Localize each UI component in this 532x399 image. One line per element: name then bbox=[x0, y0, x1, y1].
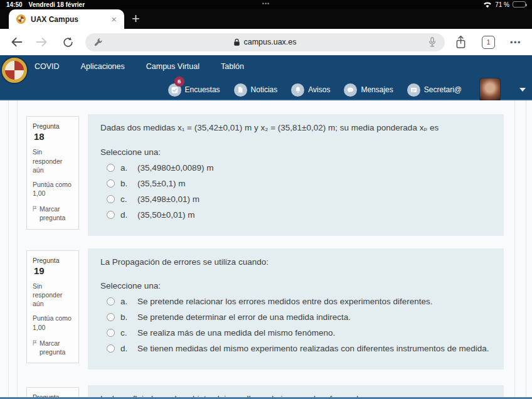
answer-option-b: b. (35,5±0,1) m bbox=[100, 179, 491, 188]
radio-button[interactable] bbox=[107, 179, 115, 188]
nav-aplicaciones[interactable]: Aplicaciones bbox=[81, 62, 125, 71]
flag-question-link[interactable]: Marcar pregunta bbox=[33, 339, 73, 356]
option-text[interactable]: Se realiza más de una medida del mismo f… bbox=[137, 328, 335, 338]
flag-label: Marcar pregunta bbox=[40, 339, 73, 356]
question-label: Pregunta bbox=[33, 122, 60, 130]
answer-option-a: a. Se pretende relacionar los errores me… bbox=[100, 297, 491, 306]
quicklink-secretaria[interactable]: Secretari@ bbox=[407, 83, 462, 97]
lock-icon bbox=[233, 38, 240, 46]
answer-option-d: d. (35,50±0,01) m bbox=[100, 210, 491, 220]
left-guide-line bbox=[8, 100, 9, 399]
new-tab-button[interactable]: + bbox=[132, 11, 140, 27]
battery-percent: 71 % bbox=[495, 1, 509, 8]
forward-button[interactable] bbox=[34, 35, 49, 50]
question-number: Pregunta 19 bbox=[33, 256, 73, 277]
quicklink-mensajes[interactable]: Mensajes bbox=[344, 83, 393, 97]
answer-option-d: d. Se tienen medidas del mismo experimen… bbox=[100, 344, 491, 353]
question-19-info-panel: Pregunta 19 Sin responder aún Puntúa com… bbox=[26, 250, 79, 364]
question-status: Sin responder aún bbox=[33, 282, 73, 309]
question-18: Pregunta 18 Sin responder aún Puntúa com… bbox=[26, 114, 532, 236]
option-letter: b. bbox=[120, 312, 132, 322]
radio-button[interactable] bbox=[107, 313, 115, 321]
question-grade: Puntúa como 1,00 bbox=[33, 314, 73, 331]
option-letter: b. bbox=[120, 179, 132, 188]
tab-close-icon[interactable]: × bbox=[111, 14, 117, 24]
microphone-icon[interactable] bbox=[428, 36, 437, 48]
question-text: Dadas dos medidas x₁ = (35,42±0,01) m y … bbox=[100, 122, 491, 134]
quicklink-label: Avisos bbox=[308, 85, 330, 94]
safari-tab-bar: UAX Campus × + bbox=[0, 9, 532, 29]
quicklink-noticias[interactable]: Noticias bbox=[234, 83, 278, 97]
question-number-value: 18 bbox=[34, 131, 45, 142]
quicklink-avisos[interactable]: Avisos bbox=[291, 83, 330, 97]
flag-question-link[interactable]: Marcar pregunta bbox=[33, 205, 73, 222]
tab-title: UAX Campus bbox=[31, 15, 106, 24]
option-letter: c. bbox=[120, 194, 132, 204]
radio-button[interactable] bbox=[107, 195, 115, 203]
option-text[interactable]: Se pretende determinar el error de una m… bbox=[137, 312, 351, 322]
safari-toolbar: campus.uax.es 1 ••• bbox=[0, 29, 532, 55]
option-text[interactable]: (35,50±0,01) m bbox=[137, 210, 194, 220]
card-icon bbox=[407, 83, 420, 97]
browser-tab[interactable]: UAX Campus × bbox=[9, 9, 124, 29]
radio-button[interactable] bbox=[107, 164, 115, 172]
option-text[interactable]: (35,498±0,01) m bbox=[137, 194, 200, 204]
toolbar-more-icon[interactable]: ••• bbox=[510, 38, 521, 47]
flag-icon bbox=[33, 205, 37, 213]
option-letter: a. bbox=[120, 297, 132, 306]
answer-option-a: a. (35,4980±0,0089) m bbox=[100, 163, 491, 173]
reload-button[interactable] bbox=[60, 35, 75, 50]
option-text[interactable]: Se pretende relacionar los errores medid… bbox=[137, 297, 433, 306]
address-bar[interactable]: campus.uax.es bbox=[85, 33, 445, 51]
question-19-card: La Propagación de errores se utiliza cua… bbox=[88, 248, 504, 370]
question-grade: Puntúa como 1,00 bbox=[33, 180, 73, 198]
main-nav: COVID Aplicaciones Campus Virtual Tablón bbox=[0, 55, 532, 71]
option-letter: d. bbox=[120, 210, 132, 220]
quicklink-label: Mensajes bbox=[361, 85, 393, 94]
date: Vendredi 18 février bbox=[29, 1, 85, 8]
option-text[interactable]: Se tienen medidas del mismo experimento … bbox=[137, 344, 489, 353]
nav-covid[interactable]: COVID bbox=[35, 62, 60, 71]
quicklink-label: Noticias bbox=[251, 85, 278, 94]
question-text: La Propagación de errores se utiliza cua… bbox=[100, 257, 491, 268]
radio-button[interactable] bbox=[107, 329, 115, 337]
left-guide-line bbox=[17, 100, 18, 399]
quicklinks: 6 Encuestas Noticias Avisos bbox=[168, 78, 526, 102]
back-button[interactable] bbox=[9, 35, 24, 50]
answer-option-b: b. Se pretende determinar el error de un… bbox=[100, 312, 491, 322]
scrollbar-track[interactable] bbox=[526, 100, 526, 399]
answer-option-c: c. Se realiza más de una medida del mism… bbox=[100, 328, 491, 338]
quicklink-label: Encuestas bbox=[185, 85, 220, 94]
encuestas-badge: 6 bbox=[174, 77, 184, 87]
question-19: Pregunta 19 Sin responder aún Puntúa com… bbox=[26, 248, 532, 370]
status-bar: 14:50 Vendredi 18 février ••• 71 % bbox=[0, 0, 532, 9]
chevron-down-icon[interactable] bbox=[519, 88, 526, 92]
uax-favicon-icon bbox=[16, 14, 26, 24]
question-status: Sin responder aún bbox=[33, 147, 73, 174]
nav-tablon[interactable]: Tablón bbox=[221, 62, 244, 71]
news-icon bbox=[234, 83, 247, 97]
scrollbar-track[interactable] bbox=[514, 100, 515, 399]
tabs-button[interactable]: 1 bbox=[482, 36, 495, 49]
wifi-icon bbox=[483, 1, 492, 8]
radio-button[interactable] bbox=[107, 344, 115, 353]
user-avatar[interactable] bbox=[479, 78, 501, 102]
option-letter: d. bbox=[120, 344, 132, 353]
flag-label: Marcar pregunta bbox=[40, 205, 73, 222]
bell-icon bbox=[291, 83, 304, 97]
page-settings-wrench-icon[interactable] bbox=[93, 38, 103, 47]
option-text[interactable]: (35,4980±0,0089) m bbox=[137, 163, 214, 173]
question-number-value: 19 bbox=[34, 265, 45, 276]
radio-button[interactable] bbox=[107, 297, 115, 306]
radio-button[interactable] bbox=[107, 211, 115, 219]
quiz-page: Pregunta 18 Sin responder aún Puntúa com… bbox=[0, 100, 532, 399]
share-icon[interactable] bbox=[455, 35, 467, 50]
uax-crest-logo[interactable] bbox=[2, 58, 27, 83]
question-18-info-panel: Pregunta 18 Sin responder aún Puntúa com… bbox=[26, 116, 79, 230]
multitask-dots-icon: ••• bbox=[262, 1, 270, 7]
url-text: campus.uax.es bbox=[243, 38, 296, 46]
nav-campus-virtual[interactable]: Campus Virtual bbox=[146, 62, 200, 71]
option-text[interactable]: (35,5±0,1) m bbox=[137, 179, 185, 188]
quicklink-encuestas[interactable]: 6 Encuestas bbox=[168, 83, 220, 97]
clock: 14:50 bbox=[6, 1, 23, 8]
